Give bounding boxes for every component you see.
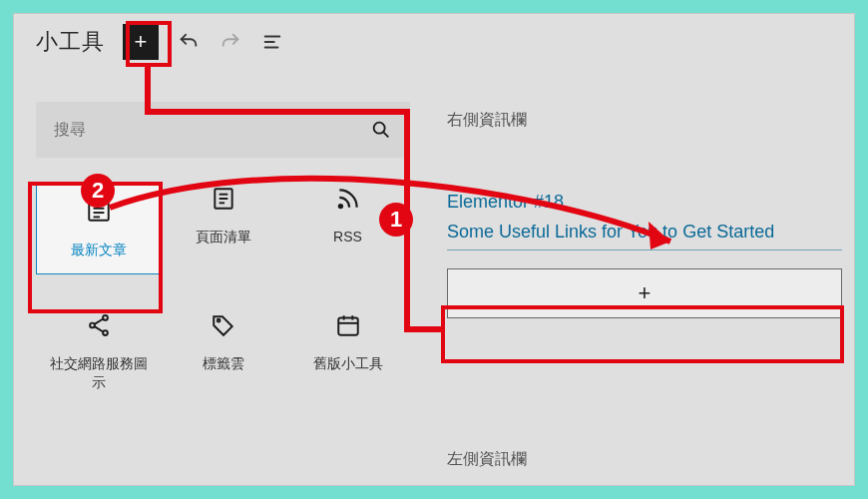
block-social-icons[interactable]: 社交網路服務圖示: [36, 310, 161, 392]
page-title: 小工具: [36, 27, 105, 57]
widget-area-title: 左側資訊欄: [447, 449, 527, 470]
svg-line-18: [94, 326, 103, 331]
widget-area-right: 右側資訊欄 Elementor #18 Some Useful Links fo…: [447, 110, 842, 318]
block-label: 最新文章: [71, 241, 127, 259]
plus-icon: +: [639, 280, 651, 306]
search-input[interactable]: [54, 121, 392, 139]
topbar: 小工具 +: [14, 14, 854, 70]
add-block-button[interactable]: +: [123, 24, 159, 60]
svg-rect-20: [338, 317, 358, 334]
post-link[interactable]: Some Useful Links for You to Get Started: [447, 219, 842, 250]
svg-line-4: [383, 132, 388, 137]
tag-icon: [209, 310, 238, 340]
annotation-line: [404, 326, 444, 332]
block-label: 社交網路服務圖示: [45, 354, 153, 392]
block-label: 頁面清單: [196, 228, 251, 247]
search-icon: [370, 119, 392, 141]
block-tag-cloud[interactable]: 標籤雲: [161, 310, 285, 392]
outline-button[interactable]: [260, 30, 284, 54]
editor-window: 小工具 +: [13, 13, 855, 486]
add-block-slot[interactable]: +: [447, 268, 842, 318]
svg-point-14: [103, 315, 108, 320]
block-grid: 最新文章 頁面清單 RSS: [36, 184, 410, 392]
calendar-icon: [333, 310, 363, 340]
block-legacy-widget[interactable]: 舊版小工具: [285, 310, 410, 392]
block-rss[interactable]: RSS: [285, 184, 410, 274]
redo-button[interactable]: [218, 30, 242, 54]
list-icon: [261, 31, 283, 53]
block-label: RSS: [333, 228, 362, 247]
svg-point-15: [90, 323, 95, 328]
undo-icon: [178, 31, 200, 53]
svg-point-19: [217, 319, 219, 322]
plus-icon: +: [135, 29, 148, 55]
svg-line-17: [94, 318, 103, 323]
latest-posts-preview: Elementor #18 Some Useful Links for You …: [447, 189, 842, 250]
page-list-icon: [209, 184, 238, 214]
widget-area-title: 右側資訊欄: [447, 110, 842, 131]
block-latest-posts[interactable]: 最新文章: [36, 184, 161, 274]
post-link[interactable]: Elementor #18: [447, 189, 842, 217]
search-field[interactable]: [36, 102, 410, 158]
latest-posts-icon: [84, 197, 114, 227]
rss-icon: [333, 184, 363, 214]
block-page-list[interactable]: 頁面清單: [161, 184, 285, 274]
undo-button[interactable]: [177, 30, 201, 54]
block-label: 標籤雲: [203, 354, 244, 373]
svg-point-3: [374, 123, 385, 134]
svg-point-13: [338, 205, 341, 208]
share-icon: [84, 310, 114, 340]
redo-icon: [219, 31, 241, 53]
svg-point-16: [103, 330, 108, 335]
block-label: 舊版小工具: [313, 354, 383, 373]
block-inserter-panel: 最新文章 頁面清單 RSS: [36, 102, 410, 392]
